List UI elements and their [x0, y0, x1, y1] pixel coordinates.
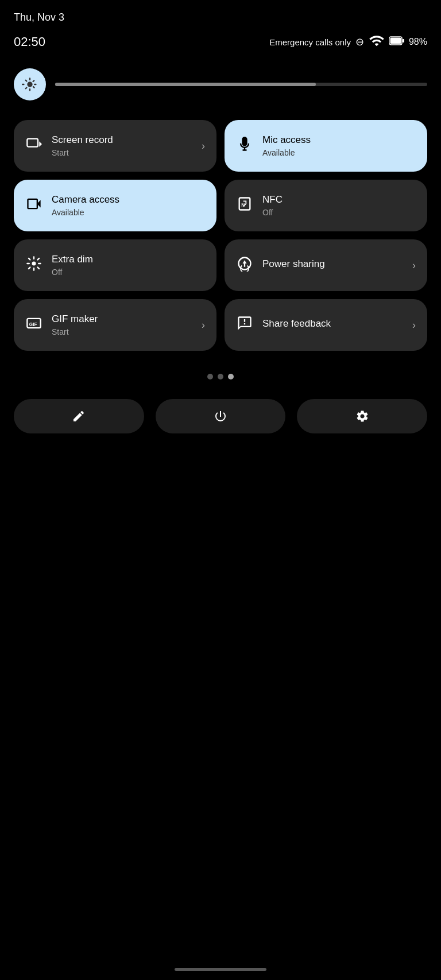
date-display: Thu, Nov 3: [14, 11, 427, 24]
power-sharing-text: Power sharing: [262, 258, 403, 272]
power-button[interactable]: [156, 399, 286, 433]
camera-access-subtitle: Available: [52, 208, 205, 217]
camera-access-text: Camera access Available: [52, 194, 205, 216]
screen-record-text: Screen record Start: [52, 134, 192, 157]
screen-record-icon: [25, 136, 42, 156]
svg-rect-2: [390, 38, 401, 44]
screen-record-title: Screen record: [52, 134, 192, 146]
power-sharing-title: Power sharing: [262, 258, 403, 270]
brightness-slider[interactable]: [55, 83, 427, 86]
power-sharing-tile[interactable]: Power sharing ›: [225, 239, 427, 291]
extra-dim-title: Extra dim: [52, 254, 205, 265]
nfc-subtitle: Off: [262, 208, 416, 217]
mic-access-tile[interactable]: Mic access Available: [225, 120, 427, 172]
status-icons: Emergency calls only ⊖ 98%: [269, 33, 427, 51]
gif-maker-chevron: ›: [202, 319, 205, 331]
mic-access-text: Mic access Available: [262, 134, 416, 157]
share-feedback-text: Share feedback: [262, 318, 403, 331]
battery-percent: 98%: [409, 37, 427, 47]
edit-button[interactable]: [14, 399, 144, 433]
share-feedback-chevron: ›: [412, 319, 416, 331]
svg-text:GIF: GIF: [29, 321, 37, 327]
wifi-icon: [369, 33, 385, 51]
gif-maker-text: GIF maker Start: [52, 313, 192, 336]
time-display: 02:50: [14, 34, 45, 49]
svg-rect-1: [403, 39, 404, 42]
page-dot-1: [207, 374, 213, 379]
mic-access-subtitle: Available: [262, 148, 416, 157]
settings-button[interactable]: [297, 399, 427, 433]
gif-maker-title: GIF maker: [52, 313, 192, 325]
svg-rect-3: [27, 138, 38, 146]
gif-maker-subtitle: Start: [52, 327, 192, 336]
emergency-text: Emergency calls only: [269, 37, 351, 47]
time-row: 02:50 Emergency calls only ⊖ 98%: [14, 33, 427, 51]
feedback-icon: [236, 315, 253, 335]
extra-dim-text: Extra dim Off: [52, 254, 205, 276]
svg-marker-4: [39, 141, 42, 146]
power-sharing-icon: [236, 255, 253, 276]
screen-record-tile[interactable]: Screen record Start ›: [14, 120, 216, 172]
extra-dim-icon: [25, 255, 42, 276]
nfc-title: NFC: [262, 194, 416, 206]
page-dot-3: [228, 374, 234, 379]
home-indicator[interactable]: [175, 968, 266, 971]
camera-access-tile[interactable]: Camera access Available: [14, 180, 216, 231]
brightness-fill: [55, 83, 316, 86]
page-indicators: [0, 365, 441, 393]
gif-maker-tile[interactable]: GIF GIF maker Start ›: [14, 299, 216, 351]
nfc-text: NFC Off: [262, 194, 416, 216]
screen-record-subtitle: Start: [52, 148, 192, 157]
status-bar: Thu, Nov 3 02:50 Emergency calls only ⊖ …: [0, 0, 441, 57]
screen-record-chevron: ›: [202, 140, 205, 152]
camera-icon: [25, 196, 42, 216]
battery-icon: [389, 36, 404, 48]
page-dot-2: [218, 374, 223, 379]
settings-icon: [355, 409, 369, 423]
mic-access-title: Mic access: [262, 134, 416, 146]
svg-point-7: [32, 261, 36, 265]
share-feedback-tile[interactable]: Share feedback ›: [225, 299, 427, 351]
camera-access-title: Camera access: [52, 194, 205, 206]
pencil-icon: [72, 409, 86, 423]
nfc-tile[interactable]: N NFC Off: [225, 180, 427, 231]
power-icon: [214, 409, 227, 423]
extra-dim-tile[interactable]: Extra dim Off: [14, 239, 216, 291]
brightness-icon-button[interactable]: [14, 68, 46, 100]
power-sharing-chevron: ›: [412, 259, 416, 272]
bottom-actions: [0, 393, 441, 456]
quick-settings-grid: Screen record Start › Mic access Availab…: [0, 114, 441, 365]
extra-dim-subtitle: Off: [52, 268, 205, 277]
gif-icon: GIF: [25, 315, 42, 335]
nfc-icon: N: [236, 196, 253, 216]
mic-icon: [236, 136, 253, 156]
share-feedback-title: Share feedback: [262, 318, 403, 330]
dnd-icon: ⊖: [355, 36, 364, 48]
brightness-control: [0, 57, 441, 114]
